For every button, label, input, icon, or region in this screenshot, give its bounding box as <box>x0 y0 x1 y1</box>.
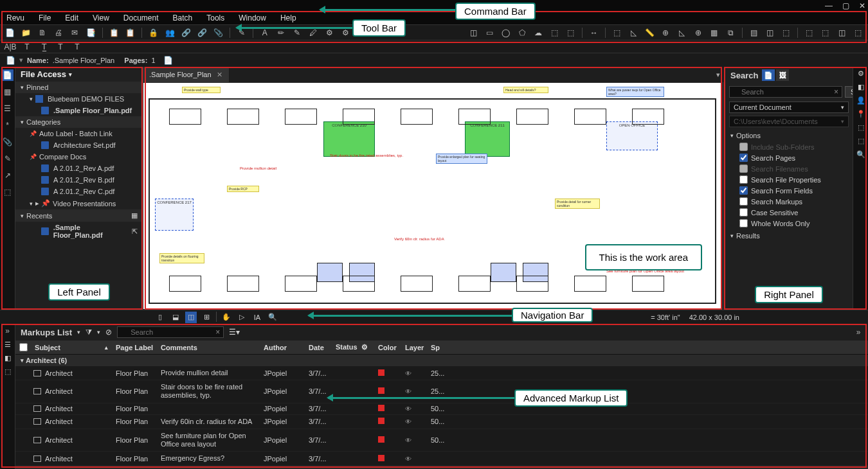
markup-callout[interactable]: Provide RCP <box>227 186 259 192</box>
tool-icon[interactable]: 👥 <box>165 28 174 38</box>
text-tool-icon[interactable]: T <box>72 42 82 52</box>
close-tab-icon[interactable]: ✕ <box>217 71 222 79</box>
menu-file[interactable]: File <box>39 13 51 22</box>
tool-icon[interactable]: ⬠ <box>518 28 527 38</box>
markup-row[interactable]: ArchitectFloor PlanSee furniture plan fo… <box>15 429 868 452</box>
tool-icon[interactable]: 🔒 <box>149 28 158 38</box>
recent-file[interactable]: .Sample Floor_Plan.pdf⇱ <box>15 222 143 241</box>
document-canvas[interactable]: CONFERENCE 210CONFERENCE 211OPEN OFFICEC… <box>143 83 721 309</box>
tool-icon[interactable]: 📑 <box>86 28 96 38</box>
markup-callout[interactable]: Head and sill details? <box>503 87 548 93</box>
text-tool-icon[interactable]: T <box>55 42 66 52</box>
tool-icon[interactable]: ↔ <box>589 28 599 38</box>
filter-icon[interactable]: ⧩ <box>86 328 92 337</box>
markup-row[interactable]: ArchitectFloor PlanStair doors to be fir… <box>15 380 868 403</box>
category-compare-docs[interactable]: Compare Docs <box>15 151 143 163</box>
search-options-header[interactable]: Options <box>725 128 853 141</box>
text-tool-icon[interactable]: A|B <box>5 42 15 52</box>
tool-icon[interactable]: ⬚ <box>550 28 559 38</box>
list-view-icon[interactable]: ☰▾ <box>229 328 240 337</box>
nav-text-select-icon[interactable]: I⁠A <box>251 312 263 323</box>
menu-edit[interactable]: Edit <box>65 13 78 22</box>
visibility-icon[interactable] <box>405 369 413 377</box>
right-rail-icon[interactable]: 📍 <box>856 110 865 118</box>
categories-section[interactable]: Categories <box>15 116 143 128</box>
visibility-icon[interactable] <box>405 387 413 395</box>
tab-overflow-icon[interactable]: ▾ <box>711 71 725 79</box>
menu-batch[interactable]: Batch <box>173 13 193 22</box>
menu-document[interactable]: Document <box>123 13 159 22</box>
search-text-tab[interactable]: 📄 <box>762 69 775 81</box>
minimize-button[interactable]: — <box>825 1 833 10</box>
tool-icon[interactable]: 📋 <box>109 28 119 38</box>
right-rail-icon[interactable]: ⬚ <box>858 123 864 132</box>
tool-icon[interactable]: 📋 <box>125 28 135 38</box>
document-tab[interactable]: .Sample Floor_Plan ✕ <box>143 67 230 82</box>
search-scope-dropdown[interactable]: Current Document <box>729 102 849 113</box>
markup-group-header[interactable]: Architect (6) <box>15 355 868 366</box>
search-visual-tab[interactable]: 🖼 <box>776 69 789 81</box>
category-video[interactable]: ▸ 📌 Video Presentations <box>15 197 143 209</box>
tool-icon[interactable]: ⬚ <box>853 28 863 38</box>
right-rail-icon[interactable]: ◧ <box>858 83 864 91</box>
tool-icon[interactable]: 🖨 <box>54 28 64 38</box>
markup-callout[interactable]: Provide detail for corner condition <box>555 199 600 209</box>
tool-icon[interactable]: ▭ <box>485 28 494 38</box>
left-rail-icon[interactable]: * <box>2 119 14 131</box>
nav-select-icon[interactable]: ▷ <box>236 312 248 323</box>
tool-icon[interactable]: ◺ <box>629 28 638 38</box>
right-rail-icon[interactable]: 🔍 <box>856 150 865 159</box>
nav-pan-icon[interactable]: ✋ <box>221 312 232 323</box>
tool-icon[interactable]: ▤ <box>749 28 759 38</box>
tool-icon[interactable]: ◫ <box>765 28 775 38</box>
maximize-button[interactable]: ▢ <box>842 1 849 10</box>
markups-search-input[interactable] <box>117 326 224 338</box>
left-rail-icon[interactable]: ▦ <box>2 86 14 98</box>
left-rail-icon[interactable]: ✎ <box>2 153 14 164</box>
nav-split-v-icon[interactable]: ◫ <box>185 312 197 323</box>
left-rail-icon[interactable]: ⬚ <box>2 186 14 198</box>
right-rail-icon[interactable]: 👤 <box>856 96 865 105</box>
markup-callout[interactable]: Provide enlarged plan for seating layout <box>436 154 487 164</box>
markups-list-icon[interactable]: ☰ <box>5 341 11 349</box>
file-access-title[interactable]: File Access <box>15 67 143 82</box>
tool-icon[interactable]: ⊕ <box>661 28 671 38</box>
tool-icon[interactable]: ⬚ <box>820 28 830 38</box>
markup-callout[interactable]: What are power reqs for Open Office area… <box>606 87 664 97</box>
chevron-down-icon[interactable]: ▾ <box>77 329 80 335</box>
right-rail-icon[interactable]: ⚙ <box>858 69 864 78</box>
close-button[interactable]: ✕ <box>859 1 865 10</box>
opt-whole-words[interactable]: Whole Words Only <box>725 218 853 229</box>
right-rail-icon[interactable]: ⬚ <box>858 137 864 145</box>
search-input[interactable] <box>729 86 842 98</box>
file-rev-b[interactable]: A 2.01.2_Rev B.pdf <box>15 174 143 186</box>
left-rail-icon[interactable]: ↗ <box>2 170 14 181</box>
tool-icon[interactable]: ◫ <box>469 28 478 38</box>
markup-text[interactable]: Verify 60in clr. radius for ADA <box>394 237 444 241</box>
nav-split-h-icon[interactable]: ⬓ <box>170 312 181 323</box>
text-tool-icon[interactable]: T <box>22 42 32 52</box>
folder-bluebeam-demo[interactable]: Bluebeam DEMO FILES <box>15 93 143 105</box>
left-rail-icon[interactable]: 📎 <box>2 136 14 148</box>
markup-callout[interactable]: Provide wall type <box>182 87 221 93</box>
nav-multi-icon[interactable]: ⊞ <box>201 312 212 323</box>
markup-row[interactable]: ArchitectFloor PlanEmergency Egress?JPop… <box>15 452 868 466</box>
markup-text[interactable]: Stair doors to be fire rated assemblies,… <box>330 154 403 157</box>
select-all-checkbox[interactable] <box>19 343 28 351</box>
markups-expand-icon[interactable]: » <box>854 325 863 339</box>
markup-callout[interactable]: Provide details on flooring transition <box>159 253 204 263</box>
tool-icon[interactable]: 🔗 <box>197 28 207 38</box>
visibility-icon[interactable] <box>405 455 413 463</box>
visibility-icon[interactable] <box>405 436 413 444</box>
hide-icon[interactable]: ⊘ <box>105 328 112 337</box>
tool-icon[interactable]: ◫ <box>836 28 846 38</box>
text-tool-icon[interactable]: T̲ <box>39 42 49 52</box>
markup-row[interactable]: ArchitectFloor PlanProvide mullion detai… <box>15 366 868 380</box>
tool-icon[interactable]: ▦ <box>709 28 719 38</box>
menu-help[interactable]: Help <box>280 13 296 22</box>
opt-search-pages[interactable]: Search Pages <box>725 152 853 163</box>
tool-icon[interactable]: ◯ <box>501 28 511 38</box>
chevron-down-icon[interactable]: ▾ <box>97 329 100 335</box>
menu-revu[interactable]: Revu <box>6 13 24 22</box>
opt-search-formfields[interactable]: Search Form Fields <box>725 185 853 196</box>
